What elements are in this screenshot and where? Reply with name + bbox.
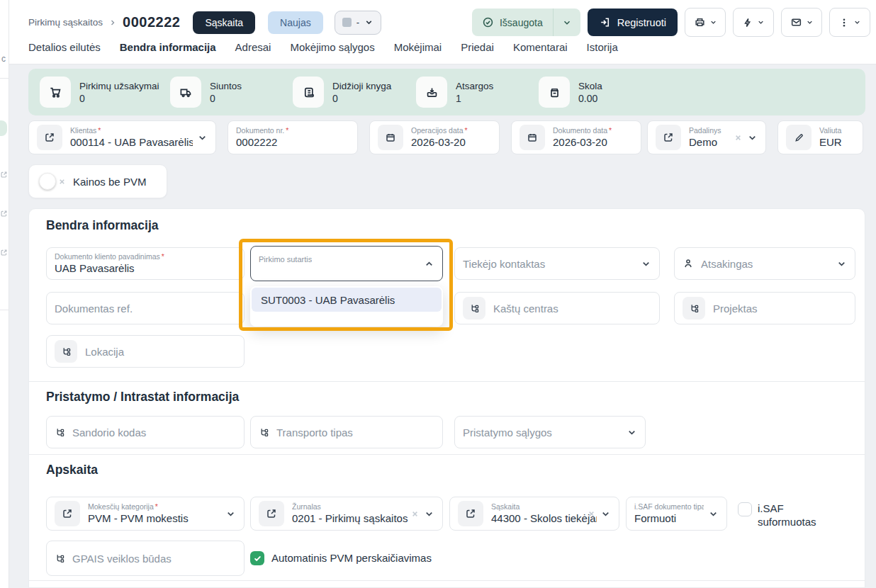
toggle-kainos-be-pvm[interactable]: Kainos be PVM: [28, 164, 167, 198]
checkbox-checked[interactable]: [250, 551, 264, 565]
field-dokumento-data[interactable]: Dokumento data*2026-03-20: [511, 120, 641, 154]
stat-shipments[interactable]: Siuntos0: [170, 77, 293, 108]
section-divider: [29, 580, 865, 581]
email-button[interactable]: [781, 8, 822, 37]
clear-icon[interactable]: [410, 509, 420, 519]
external-link-icon[interactable]: [458, 501, 483, 526]
register-label: Registruoti: [617, 17, 666, 28]
pencil-icon[interactable]: [786, 125, 812, 150]
chevron-down-icon: [853, 18, 861, 26]
sidebar-active-item[interactable]: [0, 120, 7, 136]
external-link-icon[interactable]: [0, 210, 8, 217]
checkbox-auto-pvm[interactable]: Automatinis PVM perskaičiavimas: [250, 551, 432, 565]
stat-general-ledger[interactable]: Didžioji knyga0: [293, 77, 416, 108]
field-operacijos-data[interactable]: Operacijos data*2026-03-20: [369, 120, 500, 154]
calendar-icon[interactable]: [378, 125, 403, 150]
chevron-down-icon: [709, 18, 717, 26]
tab-mokejimo-salygos[interactable]: Mokėjimo sąlygos: [290, 41, 374, 62]
clear-icon[interactable]: [587, 509, 596, 519]
field-tiekejo-kontaktas[interactable]: Tiekėjo kontaktas: [454, 247, 660, 280]
stat-purchase-orders[interactable]: Pirkimų užsakymai0: [40, 77, 170, 108]
tab-mokejimai[interactable]: Mokėjimai: [394, 41, 442, 62]
chevron-up-icon: [424, 259, 434, 269]
field-valiuta[interactable]: ValiutaEUR: [777, 120, 863, 154]
field-zurnalas[interactable]: Žurnalas0201 - Pirkimų sąskaitos: [250, 497, 443, 531]
tab-bendra-informacija[interactable]: Bendra informacija: [120, 41, 216, 62]
field-lokacija[interactable]: Lokacija: [46, 335, 245, 368]
tab-detalios-eilutes[interactable]: Detalios eilutės: [28, 41, 101, 62]
external-link-icon[interactable]: [37, 125, 62, 150]
tree-icon: [55, 553, 65, 564]
calendar-icon[interactable]: [520, 125, 545, 150]
truck-icon: [170, 77, 201, 108]
external-link-icon[interactable]: [656, 125, 681, 150]
state-badge: Naujas: [268, 11, 323, 34]
more-button[interactable]: [829, 8, 870, 37]
mail-icon: [790, 16, 802, 28]
chevron-down-icon: [225, 509, 236, 519]
external-link-icon[interactable]: [0, 171, 8, 179]
tree-icon: [683, 297, 705, 320]
form-card: Bendra informacija Dokumento kliento pav…: [28, 208, 865, 588]
external-link-icon[interactable]: [259, 501, 284, 526]
topbar: Pirkimų sąskaitos 0002222 Sąskaita Nauja…: [9, 0, 876, 64]
inventory-icon: [416, 77, 447, 108]
field-pirkimo-sutartis-open[interactable]: Pirkimo sutartis: [250, 246, 443, 281]
field-dokumentas-ref[interactable]: Dokumentas ref.: [46, 292, 245, 324]
chevron-down-icon: [641, 259, 651, 269]
chevron-right-icon: [108, 18, 117, 27]
dropdown-option-sut0003[interactable]: SUT0003 - UAB Pavasarėlis: [252, 288, 442, 312]
toggle-clear-icon[interactable]: [58, 178, 66, 186]
chevron-down-icon: [747, 132, 758, 143]
section-title-accounting: Apskaita: [46, 463, 98, 477]
field-kastu-centras[interactable]: Kaštų centras: [454, 292, 660, 324]
checkbox-unchecked[interactable]: [738, 502, 752, 516]
tree-icon: [55, 427, 65, 438]
checkbox-isaf-suformuotas[interactable]: i.SAF suformuotas: [738, 502, 849, 529]
check-icon: [253, 554, 262, 563]
color-tag-select[interactable]: -: [335, 11, 381, 35]
tab-priedai[interactable]: Priedai: [461, 41, 494, 62]
stat-debt[interactable]: Skola0.00: [539, 77, 602, 108]
field-klientas[interactable]: Klientas*000114 - UAB Pavasarėlis: [28, 120, 216, 154]
register-button[interactable]: Registruoti: [588, 9, 678, 36]
check-circle-icon: [482, 16, 494, 28]
tab-adresai[interactable]: Adresai: [235, 41, 271, 62]
debt-icon: [539, 77, 570, 108]
field-isaf-dokumento-tipas[interactable]: i.SAF dokumento tipasFormuoti: [626, 497, 727, 531]
stat-inventory[interactable]: Atsargos1: [416, 77, 539, 108]
clear-icon[interactable]: [734, 133, 743, 142]
saved-dropdown-toggle[interactable]: [554, 18, 580, 28]
tab-istorija[interactable]: Istorija: [587, 41, 618, 62]
person-icon: [683, 258, 694, 269]
external-link-icon[interactable]: [55, 501, 80, 526]
page-title-doc-number: 0002222: [123, 14, 180, 30]
color-select-value: -: [356, 17, 359, 28]
external-link-icon[interactable]: [0, 249, 8, 256]
tab-komentarai[interactable]: Komentarai: [513, 41, 568, 62]
chevron-down-icon: [757, 18, 765, 26]
field-pristatymo-salygos[interactable]: Pristatymo sąlygos: [454, 416, 646, 448]
field-transporto-tipas[interactable]: Transporto tipas: [250, 416, 443, 448]
section-divider: [29, 381, 865, 382]
breadcrumb[interactable]: Pirkimų sąskaitos: [28, 17, 103, 28]
field-projektas[interactable]: Projektas: [674, 292, 855, 324]
toggle-knob[interactable]: [39, 173, 56, 190]
field-mokesciu-kategorija[interactable]: Mokesčių kategorija*PVM - PVM mokestis: [46, 497, 245, 531]
section-divider: [29, 454, 865, 455]
field-saskaita[interactable]: Sąskaita44300 - Skolos tiekėjams už: [449, 497, 619, 531]
status-badge: Sąskaita: [193, 11, 255, 34]
sidebar-clipped: c: [0, 0, 9, 588]
field-doc-client-name[interactable]: Dokumento kliento pavadinimas*UAB Pavasa…: [46, 247, 245, 280]
field-atsakingas[interactable]: Atsakingas: [674, 247, 855, 280]
field-gpais-veiklos-budas[interactable]: GPAIS veiklos būdas: [46, 541, 245, 576]
field-sandorio-kodas[interactable]: Sandorio kodas: [46, 416, 245, 448]
chevron-down-icon: [562, 18, 572, 28]
field-padalinys[interactable]: PadalinysDemo: [647, 120, 766, 154]
print-button[interactable]: [685, 8, 726, 37]
sidebar-clipped-text: c: [1, 54, 6, 64]
saved-split-button[interactable]: Išsaugota: [472, 9, 580, 36]
chevron-down-icon: [197, 132, 208, 143]
actions-button[interactable]: [733, 8, 774, 37]
field-dokumento-nr[interactable]: Dokumento nr.*0002222: [228, 120, 358, 154]
